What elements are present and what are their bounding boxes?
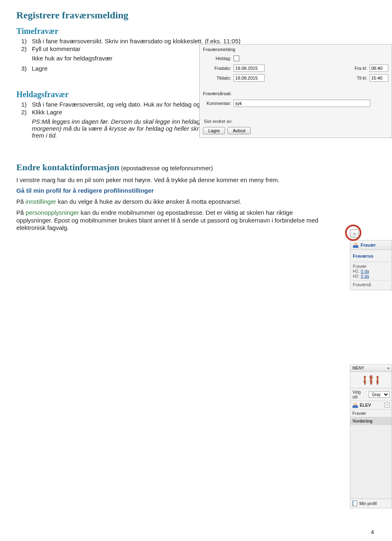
h1-value[interactable]: 0 da	[361, 269, 369, 274]
list-number: 1)	[21, 101, 32, 108]
meny-elev-row[interactable]: ELEV –	[350, 401, 392, 410]
fravar-sub-label: Fravær	[353, 264, 389, 269]
section-endre-kontaktinfo: Endre kontaktinformasjon	[16, 162, 119, 172]
expand-arrow-button[interactable]: »	[350, 229, 359, 238]
label-sist-endret: Sist endret av:	[204, 119, 388, 124]
person-icon	[352, 402, 358, 408]
tilkl-field[interactable]	[370, 74, 388, 82]
label-heldag: Heldag:	[203, 56, 234, 61]
paragraph: I venstre marg har du en pil som peker m…	[16, 176, 327, 184]
kommentar-field[interactable]	[234, 100, 370, 107]
fravar-card-title: Fravær	[361, 243, 376, 247]
link-personopplysninger: personopplysninger	[26, 209, 79, 216]
fravar-arsak-label: Fraværså	[353, 282, 389, 287]
heldag-checkbox[interactable]	[234, 56, 239, 61]
chevron-left-icon[interactable]: «	[387, 366, 390, 370]
list-text: Fyll ut kommentar	[32, 45, 80, 52]
fravar-oversikt-label: Fraværso	[353, 254, 389, 258]
lagre-button[interactable]: Lagre	[203, 127, 225, 134]
meny-title: MENY	[352, 366, 364, 370]
paragraph: På personopplysninger kan du endre mobil…	[16, 209, 327, 232]
list-number: 3)	[21, 65, 32, 72]
elev-label: ELEV	[360, 403, 371, 407]
fravar-side-panel: » Fravær Fraværso Fravær H1: 0 da H2: 0 …	[350, 229, 392, 292]
document-icon	[352, 501, 357, 506]
list-text: Klikk Lagre	[32, 109, 62, 116]
page-number: 4	[371, 529, 374, 535]
list-number: 2)	[21, 45, 32, 52]
collapse-icon[interactable]: –	[385, 403, 390, 407]
meny-fravar-row[interactable]: Fravær	[350, 410, 392, 417]
form-title: Fraværsmelding	[203, 47, 388, 52]
frakl-field[interactable]	[370, 65, 388, 72]
link-innstillinger: innstillinger	[26, 198, 56, 205]
meny-vurdering-row[interactable]: Vurdering	[350, 417, 392, 425]
list-text: Lagre	[32, 65, 47, 72]
fradato-field[interactable]	[234, 65, 265, 72]
avbryt-button[interactable]: Avbryt	[227, 127, 251, 134]
label-tildato: Tildato:	[203, 76, 234, 80]
list-text: Stå i fane fraværsoversikt. Skriv inn fr…	[32, 38, 241, 45]
people-graphic	[350, 372, 392, 388]
label-frakl: Fra kl:	[349, 66, 370, 71]
person-icon	[353, 242, 359, 248]
page-title: Registrere fraværsmelding	[16, 10, 376, 21]
min-profil-label: Min profil	[359, 501, 377, 506]
emphasis-paragraph: Gå til min profil for å redigere profili…	[16, 187, 327, 195]
chevron-right-icon: »	[353, 232, 356, 236]
section-timefravar: Timefravær	[16, 27, 376, 36]
fravar-card: Fravær Fraværso Fravær H1: 0 da H2: 0 da…	[350, 240, 392, 290]
meny-velg-stil-row: Velg stil Gray	[350, 388, 392, 401]
velg-stil-select[interactable]: Gray	[369, 391, 390, 398]
meny-min-profil-row[interactable]: Min profil	[350, 499, 392, 508]
section-suffix: (epostadresse og telefonnummer)	[119, 165, 213, 171]
label-arsak: Fraværsårsak:	[203, 91, 234, 96]
velg-stil-label: Velg stil	[352, 390, 367, 399]
label-tilkl: Til kl:	[349, 76, 370, 80]
tildato-field[interactable]	[234, 74, 265, 82]
h2-value[interactable]: 0 da	[361, 274, 369, 278]
label-fradato: Fradato:	[203, 66, 234, 71]
fravaersmelding-form: Fraværsmelding Heldag: Fradato: Fra kl: …	[199, 44, 392, 138]
meny-panel: MENY « Velg stil Gray ELEV	[350, 364, 392, 508]
paragraph: På innstillinger kan du velge å huke av …	[16, 198, 327, 206]
list-number: 1)	[21, 38, 32, 45]
list-number: 2)	[21, 109, 32, 116]
label-kommentar: Kommentar:	[203, 101, 234, 106]
